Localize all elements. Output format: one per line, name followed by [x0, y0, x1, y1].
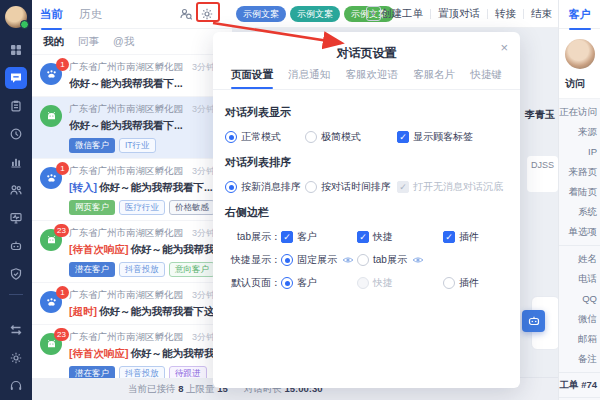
- dialog-tab[interactable]: 快捷键: [471, 68, 503, 89]
- radio-control[interactable]: [225, 181, 237, 193]
- sidebar-history-icon[interactable]: [5, 123, 27, 145]
- user-search-icon[interactable]: [179, 7, 193, 21]
- dialog-tab[interactable]: 客服名片: [413, 68, 455, 89]
- option-label: 按新消息排序: [241, 180, 301, 194]
- conversation-list: 1广东省广州市南湖区孵化园3分钟前你好～能为我帮我看下...广东省广州市南湖区孵…: [32, 54, 232, 378]
- tab-visit[interactable]: 访问: [559, 77, 600, 99]
- message-bubble-fragment: DJSS: [527, 156, 558, 192]
- checkbox-option[interactable]: ✓显示顾客标签: [397, 130, 473, 144]
- ticket-item[interactable]: 工单 #74: [559, 373, 600, 398]
- option-row: 正常模式极简模式✓显示顾客标签: [223, 130, 510, 144]
- dialog-tab[interactable]: 页面设置: [231, 68, 273, 89]
- radio-control[interactable]: [281, 277, 293, 289]
- tab-customer[interactable]: 客户: [569, 7, 591, 22]
- android-avatar-icon: [40, 105, 62, 127]
- filter-tab[interactable]: 我的: [43, 35, 64, 49]
- section-title: 右侧边栏: [223, 205, 510, 220]
- radio-option[interactable]: 固定展示: [281, 253, 357, 267]
- radio-control[interactable]: [357, 254, 369, 266]
- more-button[interactable]: ···: [350, 8, 363, 19]
- customer-tag: IT行业: [119, 138, 156, 153]
- checkbox-option[interactable]: ✓客户: [281, 230, 357, 244]
- dialog-tab[interactable]: 客服欢迎语: [346, 68, 399, 89]
- dialog-header: 对话页设置 ×: [213, 32, 520, 66]
- visit-info-group: 正在访问来源IP来路页着陆页系统单选项: [559, 99, 600, 246]
- checkbox-control[interactable]: ✓: [357, 231, 369, 243]
- conversation-list-panel: 当前历史 我的同事@我 1广东省广州市南湖区孵化园3分钟前你好～能为我帮我看下.…: [32, 0, 232, 378]
- chat-tab[interactable]: 历史: [79, 7, 102, 22]
- radio-control[interactable]: [305, 181, 317, 193]
- checkbox-option[interactable]: ✓插件: [443, 230, 479, 244]
- action-button[interactable]: 创建工单: [381, 7, 423, 21]
- field-label: 来路页: [559, 162, 600, 182]
- radio-option[interactable]: 按对话时间排序: [305, 180, 397, 194]
- sidebar-headset-icon[interactable]: [5, 375, 27, 397]
- customer-tag: 待跟进: [169, 366, 207, 378]
- sidebar-dashboard-icon[interactable]: [5, 39, 27, 61]
- sample-copy-button[interactable]: 示例文案: [236, 6, 286, 22]
- radio-option[interactable]: 极简模式: [305, 130, 397, 144]
- chat-tab[interactable]: 当前: [40, 7, 63, 22]
- add-button[interactable]: +: [366, 6, 381, 21]
- option-label: 插件: [459, 276, 479, 290]
- filter-tab[interactable]: @我: [113, 35, 134, 49]
- sidebar-settings-icon[interactable]: [5, 347, 27, 369]
- field-label: QQ: [559, 289, 600, 309]
- agent-avatar[interactable]: [5, 6, 27, 28]
- radio-option[interactable]: tab展示: [357, 253, 443, 267]
- option-label: 客户: [297, 230, 317, 244]
- conversation-item[interactable]: 23广东省广州市南湖区孵化园3分钟前[待首次响应]你好～能为我帮我看...潜在客…: [32, 220, 232, 282]
- conversation-toolbar: 示例文案示例文案示例文案 ··· + 创建工单置顶对话转接结束: [232, 0, 558, 28]
- close-icon[interactable]: ×: [500, 41, 508, 54]
- sidebar-stats-icon[interactable]: [5, 151, 27, 173]
- toolbar-separator: [430, 9, 431, 19]
- option-label: 正常模式: [241, 130, 281, 144]
- sidebar-chat-icon[interactable]: [5, 67, 27, 89]
- sidebar-transfer-icon[interactable]: [5, 319, 27, 341]
- action-button[interactable]: 结束: [531, 7, 552, 21]
- radio-option[interactable]: 客户: [281, 276, 357, 290]
- filter-tab[interactable]: 同事: [78, 35, 99, 49]
- field-label: 姓名: [559, 249, 600, 269]
- radio-control[interactable]: [281, 254, 293, 266]
- robot-assistant-button[interactable]: [522, 310, 545, 332]
- dialog-tab[interactable]: 消息通知: [288, 68, 330, 89]
- checkbox-option[interactable]: ✓快捷: [357, 230, 443, 244]
- sidebar-robot-icon[interactable]: [5, 235, 27, 257]
- radio-control[interactable]: [305, 131, 317, 143]
- radio-control[interactable]: [443, 277, 455, 289]
- checkbox-control[interactable]: ✓: [397, 131, 409, 143]
- radio-control[interactable]: [225, 131, 237, 143]
- radio-option[interactable]: 按新消息排序: [225, 180, 305, 194]
- dialog-body: 对话列表显示正常模式极简模式✓显示顾客标签对话列表排序按新消息排序按对话时间排序…: [213, 90, 520, 290]
- conversation-item[interactable]: 1广东省广州市南湖区孵化园3分钟前[超时]你好～能为我帮我看下这个...: [32, 282, 232, 324]
- row-label: 默认页面：: [225, 276, 281, 290]
- action-button[interactable]: 转接: [495, 7, 516, 21]
- sample-copy-button[interactable]: 示例文案: [290, 6, 340, 22]
- conversation-avatar: [40, 105, 62, 153]
- conversation-message: [待首次响应]你好～能为我帮我看...: [69, 243, 224, 257]
- eye-icon[interactable]: [412, 255, 424, 265]
- toolbar-separator: [523, 9, 524, 19]
- eye-icon[interactable]: [342, 255, 354, 265]
- sidebar-shield-icon[interactable]: [5, 263, 27, 285]
- conversation-item[interactable]: 23广东省广州市南湖区孵化园3分钟前[待首次响应]你好～能为我帮我看...潜在客…: [32, 324, 232, 378]
- conversation-title: 广东省广州市南湖区孵化园: [69, 165, 183, 178]
- settings-dialog: 对话页设置 × 页面设置消息通知客服欢迎语客服名片快捷键 对话列表显示正常模式极…: [213, 32, 520, 388]
- option-label: 打开无消息对话沉底: [413, 180, 503, 194]
- customer-name: 李青玉: [525, 108, 555, 122]
- checkbox-control[interactable]: ✓: [443, 231, 455, 243]
- radio-option[interactable]: 正常模式: [225, 130, 305, 144]
- sidebar-tasks-icon[interactable]: [5, 95, 27, 117]
- checkbox-control[interactable]: ✓: [281, 231, 293, 243]
- customer-tag: 微信客户: [69, 138, 115, 153]
- row-label: tab展示：: [225, 230, 281, 244]
- sidebar-monitor-icon[interactable]: [5, 207, 27, 229]
- conversation-item[interactable]: 广东省广州市南湖区孵化园3分钟前你好～能为我帮我看下...微信客户IT行业: [32, 96, 232, 158]
- sidebar-contacts-icon[interactable]: [5, 179, 27, 201]
- nav-sidebar: [0, 0, 32, 400]
- conversation-item[interactable]: 1广东省广州市南湖区孵化园3分钟前[转入]你好～能为我帮我看下...网页客户医疗…: [32, 158, 232, 220]
- conversation-item[interactable]: 1广东省广州市南湖区孵化园3分钟前你好～能为我帮我看下...: [32, 54, 232, 96]
- radio-option[interactable]: 插件: [443, 276, 479, 290]
- action-button[interactable]: 置顶对话: [438, 7, 480, 21]
